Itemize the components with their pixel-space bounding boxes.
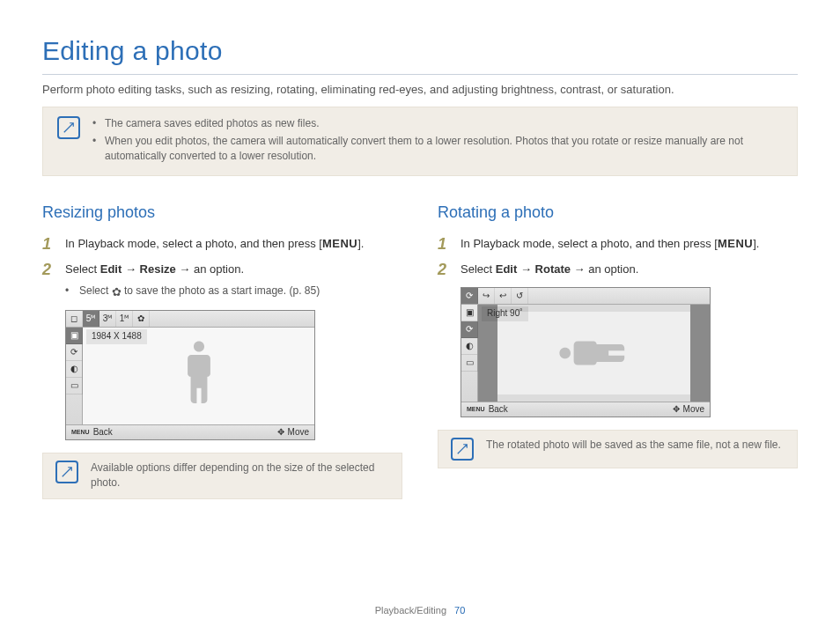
ss-top-icon-3m: 3ᴹ (99, 311, 116, 327)
resize-note-box: Available options differ depending on th… (42, 453, 402, 499)
ss-side-icon: ⟳ (66, 344, 83, 361)
step-text: Select (461, 262, 496, 276)
menu-key-icon: MENU (467, 405, 485, 414)
command-label: Rotate (535, 262, 571, 276)
move-icon: ✥ (277, 426, 284, 439)
step-text: Select (65, 262, 100, 276)
bullet: • (65, 284, 74, 299)
ss-side-icon: ▣ (66, 328, 83, 344)
top-note-item: The camera saves edited photos as new fi… (92, 116, 783, 131)
move-icon: ✥ (673, 403, 680, 417)
back-label: Back (93, 426, 113, 439)
person-silhouette (177, 336, 221, 412)
ss-side-icon: ▣ (461, 305, 478, 321)
step-number: 2 (42, 262, 56, 440)
ss-top-icon-rotate: ⟳ (461, 288, 478, 304)
ss-side-icon: ⟳ (461, 321, 478, 338)
arrow: → (517, 262, 534, 276)
section-heading: Rotating a photo (438, 201, 798, 224)
top-note-list: The camera saves edited photos as new fi… (92, 116, 783, 166)
menu-key-icon: MENU (71, 428, 90, 437)
step-2: 2 Select Edit → Resize → an option. • Se… (42, 262, 402, 440)
page-footer: Playback/Editing 70 (0, 604, 840, 618)
rotate-note-text: The rotated photo will be saved as the s… (486, 438, 781, 453)
intro-text: Perform photo editing tasks, such as res… (42, 82, 798, 99)
arrow: → (122, 262, 139, 276)
move-label: Move (288, 426, 309, 439)
step-2: 2 Select Edit → Rotate → an option. ⟳ ↪ … (438, 262, 798, 417)
ss-side-icon: ◐ (66, 361, 83, 378)
footer-section: Playback/Editing (375, 605, 446, 616)
rotate-screenshot: ⟳ ↪ ↩ ↺ ▣ ⟳ ◐ ▭ Ri (461, 287, 711, 417)
step-text: In Playback mode, select a photo, and th… (461, 237, 711, 250)
step-suffix: → an option. (571, 262, 638, 276)
note-icon (57, 116, 80, 139)
menu-key: MENU (718, 237, 753, 250)
move-label: Move (683, 403, 704, 417)
ss-rotation-label: Right 90˚ (482, 306, 528, 321)
sub-text: Select (79, 284, 112, 297)
resize-note-text: Available options differ depending on th… (91, 461, 389, 491)
start-image-icon: ✿ (112, 284, 122, 301)
ss-side-icon: ▭ (461, 355, 478, 372)
ss-top-icon: ↺ (512, 288, 528, 304)
ss-top-icon-1m: 1ᴹ (116, 311, 133, 327)
step-number: 1 (438, 236, 452, 254)
ss-top-icon: ↩ (495, 288, 512, 304)
person-silhouette-rotated (555, 331, 634, 375)
edit-label: Edit (100, 262, 122, 276)
back-label: Back (489, 403, 508, 417)
sub-text: to save the photo as a start image. (p. … (122, 284, 320, 297)
footer-page-number: 70 (454, 605, 465, 616)
ss-top-icon: ↪ (478, 288, 495, 304)
title-rule (42, 74, 798, 75)
top-note-item: When you edit photos, the camera will au… (92, 134, 783, 165)
step-number: 1 (42, 236, 56, 254)
ss-top-icon: ◻ (66, 311, 83, 327)
command-label: Resize (140, 262, 176, 276)
ss-top-icon-start: ✿ (133, 311, 150, 327)
ss-side-icon: ▭ (66, 378, 83, 394)
rotating-section: Rotating a photo 1 In Playback mode, sel… (438, 201, 798, 499)
step-1: 1 In Playback mode, select a photo, and … (42, 236, 402, 254)
step-suffix: → an option. (176, 262, 244, 276)
section-heading: Resizing photos (42, 201, 402, 224)
resize-screenshot: ◻ 5ᴹ 3ᴹ 1ᴹ ✿ ▣ ⟳ ◐ ▭ (65, 310, 315, 440)
step-1: 1 In Playback mode, select a photo, and … (438, 236, 798, 254)
rotate-note-box: The rotated photo will be saved as the s… (438, 430, 798, 468)
note-icon (55, 461, 78, 483)
ss-side-icon: ◐ (461, 338, 478, 355)
step-number: 2 (438, 262, 452, 417)
menu-key: MENU (322, 237, 357, 250)
note-icon (451, 438, 474, 461)
ss-resolution-label: 1984 X 1488 (86, 329, 147, 344)
resizing-section: Resizing photos 1 In Playback mode, sele… (42, 201, 402, 499)
ss-top-icon-5m: 5ᴹ (83, 311, 99, 327)
step-text: In Playback mode, select a photo, and th… (65, 237, 316, 250)
top-note-box: The camera saves edited photos as new fi… (42, 107, 798, 175)
edit-label: Edit (496, 262, 518, 276)
page-title: Editing a photo (42, 32, 798, 70)
